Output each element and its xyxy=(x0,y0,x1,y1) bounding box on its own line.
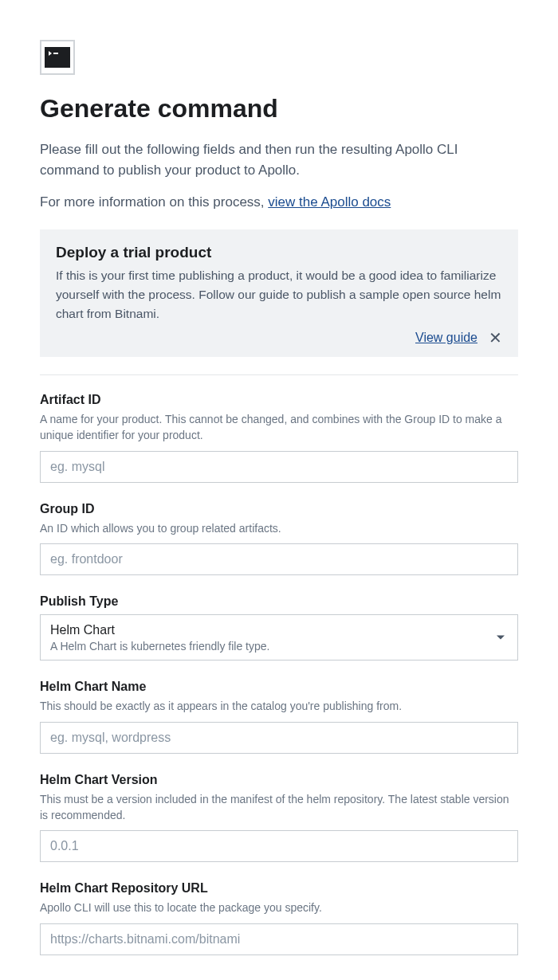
terminal-icon-inner xyxy=(45,47,70,68)
helm-chart-name-label: Helm Chart Name xyxy=(40,680,518,694)
helm-chart-version-input[interactable] xyxy=(40,830,518,862)
separator xyxy=(40,374,518,375)
trial-banner: Deploy a trial product If this is your f… xyxy=(40,229,518,357)
group-id-input[interactable] xyxy=(40,543,518,575)
field-artifact-id: Artifact ID A name for your product. Thi… xyxy=(40,393,518,483)
artifact-id-input[interactable] xyxy=(40,451,518,483)
banner-body: If this is your first time publishing a … xyxy=(56,266,502,323)
artifact-id-help: A name for your product. This cannot be … xyxy=(40,411,518,444)
publish-type-desc: A Helm Chart is kubernetes friendly file… xyxy=(50,639,508,654)
field-helm-chart-version: Helm Chart Version This must be a versio… xyxy=(40,773,518,863)
helm-chart-repo-url-input[interactable] xyxy=(40,923,518,955)
intro-text: Please fill out the following fields and… xyxy=(40,139,518,180)
chevron-down-icon xyxy=(497,636,505,640)
view-guide-link[interactable]: View guide xyxy=(415,331,477,345)
helm-chart-version-help: This must be a version included in the m… xyxy=(40,791,518,824)
helm-chart-repo-url-help: Apollo CLI will use this to locate the p… xyxy=(40,900,518,915)
helm-chart-name-input[interactable] xyxy=(40,722,518,754)
publish-type-value: Helm Chart xyxy=(50,621,508,639)
publish-type-label: Publish Type xyxy=(40,594,518,609)
close-icon[interactable]: ✕ xyxy=(489,330,502,346)
field-helm-chart-repo-url: Helm Chart Repository URL Apollo CLI wil… xyxy=(40,881,518,955)
group-id-help: An ID which allows you to group related … xyxy=(40,520,518,536)
group-id-label: Group ID xyxy=(40,502,518,516)
more-info-text: For more information on this process, vi… xyxy=(40,194,518,210)
more-info-prefix: For more information on this process, xyxy=(40,194,268,210)
publish-type-select[interactable]: Helm Chart A Helm Chart is kubernetes fr… xyxy=(40,614,518,661)
field-publish-type: Publish Type Helm Chart A Helm Chart is … xyxy=(40,594,518,661)
banner-title: Deploy a trial product xyxy=(56,244,502,261)
page-title: Generate command xyxy=(40,94,518,123)
helm-chart-name-help: This should be exactly as it appears in … xyxy=(40,698,518,714)
helm-chart-version-label: Helm Chart Version xyxy=(40,773,518,787)
field-group-id: Group ID An ID which allows you to group… xyxy=(40,502,518,575)
artifact-id-label: Artifact ID xyxy=(40,393,518,407)
terminal-icon xyxy=(40,40,75,75)
banner-footer: View guide ✕ xyxy=(56,330,502,346)
docs-link[interactable]: view the Apollo docs xyxy=(268,194,391,210)
helm-chart-repo-url-label: Helm Chart Repository URL xyxy=(40,881,518,896)
field-helm-chart-name: Helm Chart Name This should be exactly a… xyxy=(40,680,518,753)
